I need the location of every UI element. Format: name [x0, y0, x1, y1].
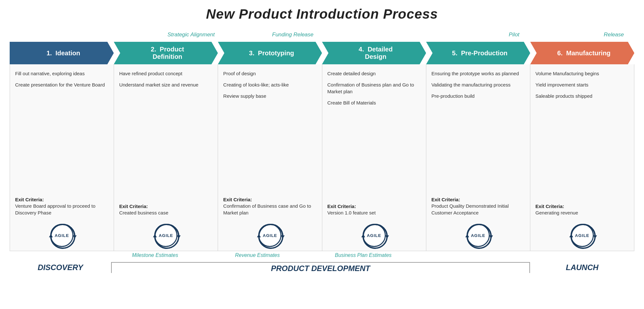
- milestones-row: Strategic Alignment Funding Release Pilo…: [10, 32, 634, 41]
- phase-pre-production-header: 5. Pre-Production: [426, 42, 530, 64]
- svg-marker-3: [177, 235, 181, 239]
- svg-marker-7: [385, 235, 389, 239]
- phase-ideation-header: 1. Ideation: [10, 42, 114, 64]
- product-definition-agile-badge: AGILE: [119, 224, 213, 247]
- pre-production-agile-badge: AGILE: [431, 224, 525, 247]
- manufacturing-agile-svg: [569, 222, 598, 251]
- phase-detailed-design-header: 4. DetailedDesign: [322, 42, 426, 64]
- ideation-item-1: Fill out narrative, exploring ideas: [15, 70, 109, 77]
- ideation-agile-badge: AGILE: [15, 224, 109, 247]
- milestone-funding-release: Funding Release: [272, 32, 314, 38]
- phase-pre-production-items: Ensuring the prototype works as planned …: [431, 70, 525, 194]
- prototyping-item-1: Proof of design: [223, 70, 317, 77]
- detailed-design-agile-circle: AGILE: [363, 224, 386, 247]
- detailed-design-agile-svg: [361, 222, 390, 251]
- milestone-strategic-alignment: Strategic Alignment: [167, 32, 215, 38]
- svg-marker-1: [73, 235, 77, 239]
- prototyping-item-3: Review supply base: [223, 93, 317, 99]
- manufacturing-item-3: Saleable products shipped: [535, 93, 629, 99]
- manufacturing-item-1: Volume Manufacturing begins: [535, 70, 629, 77]
- milestone-pilot: Pilot: [509, 32, 519, 38]
- detailed-design-item-3: Create Bill of Materials: [327, 99, 421, 106]
- phase-group-discovery: DISCOVERY: [10, 263, 111, 272]
- phase-product-definition-items: Have refined product concept Understand …: [119, 70, 213, 200]
- detailed-design-agile-badge: AGILE: [327, 224, 421, 247]
- phase-col-prototyping: Proof of design Creating of looks-like; …: [218, 64, 322, 251]
- detailed-design-item-1: Create detailed design: [327, 70, 421, 77]
- manufacturing-agile-badge: AGILE: [535, 224, 629, 247]
- content-row: Fill out narrative, exploring ideas Crea…: [10, 64, 634, 251]
- phase-col-ideation: Fill out narrative, exploring ideas Crea…: [10, 64, 114, 251]
- manufacturing-item-2: Yield improvement starts: [535, 81, 629, 88]
- phase-group-product-development: PRODUCT DEVELOPMENT: [111, 262, 530, 273]
- phase-product-definition-header: 2. ProductDefinition: [114, 42, 218, 64]
- pre-production-agile-svg: [465, 222, 494, 251]
- phase-col-product-definition: Have refined product concept Understand …: [114, 64, 218, 251]
- milestone-release: Release: [604, 32, 624, 38]
- ideation-item-2: Create presentation for the Venture Boar…: [15, 81, 109, 88]
- ideation-exit-criteria: Exit Criteria: Venture Board approval to…: [15, 197, 109, 216]
- bottom-estimates-row: Milestone Estimates Revenue Estimates Bu…: [10, 251, 634, 260]
- phase-ideation-label: 1. Ideation: [46, 50, 80, 57]
- phase-product-definition-label: 2. ProductDefinition: [151, 46, 184, 60]
- manufacturing-exit-criteria: Exit Criteria: Generating revenue: [535, 204, 629, 216]
- estimate-business-plan: Business Plan Estimates: [335, 252, 392, 258]
- detailed-design-item-2: Confirmation of Business plan and Go to …: [327, 81, 421, 95]
- phase-prototyping-label: 3. Prototyping: [249, 50, 294, 57]
- product-definition-item-2: Understand market size and revenue: [119, 81, 213, 88]
- phase-manufacturing-items: Volume Manufacturing begins Yield improv…: [535, 70, 629, 200]
- page-title: New Product Introduction Process: [10, 6, 634, 22]
- pre-production-exit-criteria: Exit Criteria: Product Quality Demonstra…: [431, 197, 525, 216]
- ideation-agile-circle: AGILE: [50, 224, 73, 247]
- prototyping-agile-circle: AGILE: [258, 224, 281, 247]
- pre-production-item-3: Pre-production build: [431, 93, 525, 99]
- phase-manufacturing-label: 6. Manufacturing: [557, 50, 611, 57]
- phases-row: 1. Ideation 2. ProductDefinition 3. Prot…: [10, 42, 634, 64]
- phase-pre-production-label: 5. Pre-Production: [452, 50, 507, 57]
- svg-marker-9: [489, 235, 493, 239]
- phase-col-detailed-design: Create detailed design Confirmation of B…: [322, 64, 426, 251]
- phase-ideation-items: Fill out narrative, exploring ideas Crea…: [15, 70, 109, 194]
- estimate-revenue: Revenue Estimates: [235, 252, 280, 258]
- prototyping-agile-badge: AGILE: [223, 224, 317, 247]
- phase-col-pre-production: Ensuring the prototype works as planned …: [426, 64, 530, 251]
- product-definition-agile-circle: AGILE: [154, 224, 177, 247]
- pre-production-item-2: Validating the manufacturing process: [431, 81, 525, 88]
- svg-marker-5: [281, 235, 285, 239]
- phase-group-launch: LAUNCH: [530, 263, 634, 272]
- phase-labels-row: DISCOVERY PRODUCT DEVELOPMENT LAUNCH: [10, 262, 634, 273]
- prototyping-agile-svg: [256, 222, 285, 251]
- phase-detailed-design-label: 4. DetailedDesign: [359, 46, 393, 60]
- product-definition-agile-svg: [152, 222, 181, 251]
- phase-manufacturing-header: 6. Manufacturing: [530, 42, 634, 64]
- phase-detailed-design-items: Create detailed design Confirmation of B…: [327, 70, 421, 200]
- svg-marker-11: [593, 235, 597, 239]
- prototyping-item-2: Creating of looks-like; acts-like: [223, 81, 317, 88]
- ideation-agile-svg: [48, 222, 77, 251]
- detailed-design-exit-criteria: Exit Criteria: Version 1.0 feature set: [327, 204, 421, 216]
- pre-production-agile-circle: AGILE: [467, 224, 490, 247]
- pre-production-item-1: Ensuring the prototype works as planned: [431, 70, 525, 77]
- prototyping-exit-criteria: Exit Criteria: Confirmation of Business …: [223, 197, 317, 216]
- manufacturing-agile-circle: AGILE: [571, 224, 594, 247]
- phase-prototyping-items: Proof of design Creating of looks-like; …: [223, 70, 317, 194]
- estimate-milestone: Milestone Estimates: [132, 252, 178, 258]
- phase-prototyping-header: 3. Prototyping: [218, 42, 322, 64]
- phase-col-manufacturing: Volume Manufacturing begins Yield improv…: [530, 64, 634, 251]
- product-definition-exit-criteria: Exit Criteria: Created business case: [119, 204, 213, 216]
- product-definition-item-1: Have refined product concept: [119, 70, 213, 77]
